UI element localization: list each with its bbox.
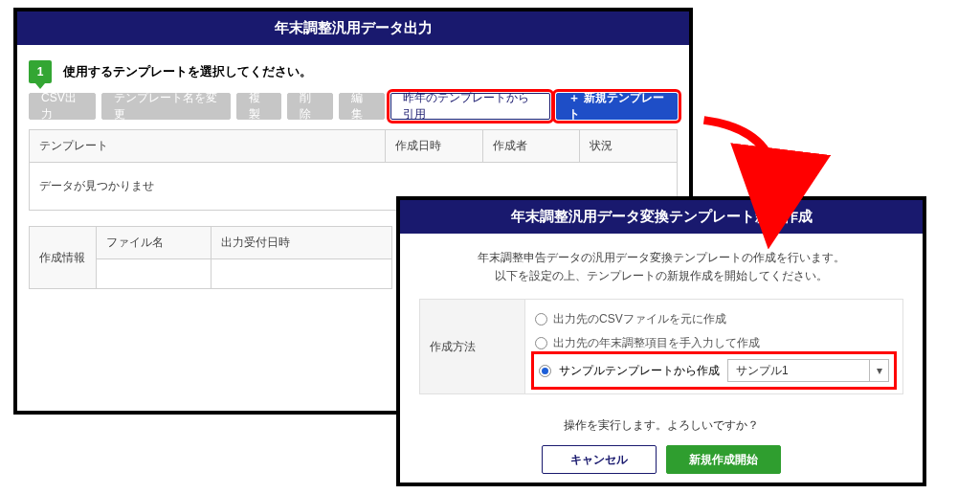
radio-icon — [535, 337, 547, 349]
step-row: 1 使用するテンプレートを選択してください。 — [17, 45, 689, 93]
radio-icon[interactable] — [539, 365, 551, 377]
rename-template-button[interactable]: テンプレート名を変更 — [101, 93, 231, 120]
new-template-button[interactable]: ＋ 新規テンプレート — [556, 93, 678, 120]
info-table: 作成情報 ファイル名 出力受付日時 — [29, 226, 392, 289]
step-badge: 1 — [29, 60, 52, 83]
option-manual-label: 出力先の年末調整項目を手入力して作成 — [553, 335, 760, 351]
cancel-button[interactable]: キャンセル — [542, 445, 657, 474]
option-csv-label: 出力先のCSVファイルを元に作成 — [553, 311, 726, 327]
desc-line-1: 年末調整申告データの汎用データ変換テンプレートの作成を行います。 — [410, 249, 913, 267]
info-header-side: 作成情報 — [30, 227, 97, 289]
col-author: 作成者 — [482, 130, 580, 163]
table-header-row: テンプレート 作成日時 作成者 状況 — [30, 130, 678, 163]
desc-line-2: 以下を設定の上、テンプレートの新規作成を開始してください。 — [410, 267, 913, 285]
info-received-label: 出力受付日時 — [212, 227, 392, 259]
creation-method-row: 作成方法 出力先のCSVファイルを元に作成 出力先の年末調整項目を手入力して作成… — [419, 299, 903, 394]
sample-select[interactable]: サンプル1 ▾ — [727, 359, 889, 382]
option-csv[interactable]: 出力先のCSVファイルを元に作成 — [535, 307, 893, 331]
option-sample-label: サンプルテンプレートから作成 — [559, 363, 720, 379]
start-create-button[interactable]: 新規作成開始 — [666, 445, 781, 474]
confirm-text: 操作を実行します。よろしいですか？ — [400, 394, 923, 445]
radio-icon — [535, 313, 547, 326]
info-received-value — [212, 259, 392, 289]
csv-export-button[interactable]: CSV出力 — [29, 93, 96, 120]
col-template: テンプレート — [30, 130, 386, 163]
step-instruction: 使用するテンプレートを選択してください。 — [63, 63, 312, 80]
panel-a-title: 年末調整汎用データ出力 — [17, 11, 689, 45]
info-file-value — [97, 259, 212, 289]
panel-new-template-dialog: 年末調整汎用データ変換テンプレート新規作成 年末調整申告データの汎用データ変換テ… — [396, 196, 926, 486]
info-file-label: ファイル名 — [97, 227, 212, 259]
dialog-actions: キャンセル 新規作成開始 — [400, 445, 923, 487]
option-sample-row: サンプルテンプレートから作成 サンプル1 ▾ — [535, 355, 893, 386]
col-created: 作成日時 — [386, 130, 483, 163]
creation-method-options: 出力先のCSVファイルを元に作成 出力先の年末調整項目を手入力して作成 サンプル… — [525, 300, 902, 393]
creation-method-label: 作成方法 — [420, 300, 525, 393]
chevron-down-icon: ▾ — [869, 360, 888, 381]
import-prev-year-button[interactable]: 昨年のテンプレートから引用 — [390, 93, 550, 120]
panel-b-title: 年末調整汎用データ変換テンプレート新規作成 — [400, 200, 923, 234]
dialog-description: 年末調整申告データの汎用データ変換テンプレートの作成を行います。 以下を設定の上… — [400, 234, 923, 299]
col-status: 状況 — [580, 130, 678, 163]
duplicate-button[interactable]: 複製 — [236, 93, 282, 120]
edit-button[interactable]: 編集 — [339, 93, 385, 120]
sample-select-value: サンプル1 — [736, 363, 789, 379]
delete-button[interactable]: 削除 — [287, 93, 333, 120]
toolbar: CSV出力 テンプレート名を変更 複製 削除 編集 昨年のテンプレートから引用 … — [17, 93, 689, 129]
option-manual[interactable]: 出力先の年末調整項目を手入力して作成 — [535, 331, 893, 355]
